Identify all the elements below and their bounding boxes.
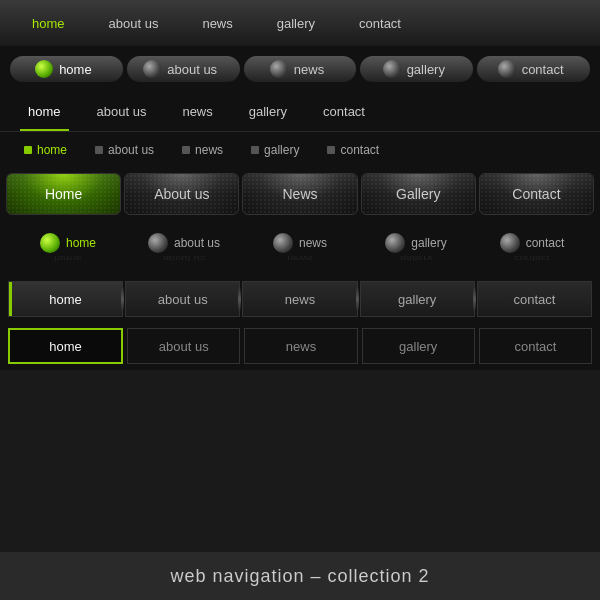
nav4-contact[interactable]: contact bbox=[313, 143, 393, 157]
nav4-about[interactable]: about us bbox=[81, 143, 168, 157]
nav1: home about us news gallery contact bbox=[0, 0, 600, 46]
sphere-icon bbox=[148, 233, 168, 253]
square-icon bbox=[24, 146, 32, 154]
footer: web navigation – collection 2 bbox=[0, 552, 600, 600]
nav4-news[interactable]: news bbox=[168, 143, 237, 157]
nav2: home about us news gallery contact bbox=[0, 46, 600, 92]
nav3-gallery[interactable]: gallery bbox=[231, 92, 305, 131]
square-icon bbox=[182, 146, 190, 154]
nav3-home[interactable]: home bbox=[10, 92, 79, 131]
nav1-home[interactable]: home bbox=[10, 0, 87, 46]
nav7: home about us news gallery contact bbox=[0, 276, 600, 322]
nav6-gallery[interactable]: gallery gallery bbox=[358, 233, 474, 264]
sphere-icon bbox=[500, 233, 520, 253]
nav8-home[interactable]: home bbox=[8, 328, 123, 364]
nav7-about[interactable]: about us bbox=[125, 281, 240, 317]
nav5-about[interactable]: About us bbox=[124, 173, 239, 215]
nav7-news[interactable]: news bbox=[242, 281, 357, 317]
nav5: Home About us News Gallery Contact bbox=[0, 168, 600, 220]
nav3-about[interactable]: about us bbox=[79, 92, 165, 131]
nav5-home[interactable]: Home bbox=[6, 173, 121, 215]
nav8-gallery[interactable]: gallery bbox=[362, 328, 475, 364]
square-icon bbox=[251, 146, 259, 154]
nav8-contact[interactable]: contact bbox=[479, 328, 592, 364]
footer-text: web navigation – collection 2 bbox=[170, 566, 429, 587]
sphere-icon bbox=[273, 233, 293, 253]
sphere-icon bbox=[35, 60, 53, 78]
nav6-about[interactable]: about us about us bbox=[126, 233, 242, 264]
nav7-contact[interactable]: contact bbox=[477, 281, 592, 317]
sphere-icon bbox=[40, 233, 60, 253]
nav6: home home about us about us news news ga… bbox=[0, 220, 600, 276]
nav2-gallery[interactable]: gallery bbox=[360, 56, 473, 82]
nav7-gallery[interactable]: gallery bbox=[360, 281, 475, 317]
nav5-news[interactable]: News bbox=[242, 173, 357, 215]
nav1-gallery[interactable]: gallery bbox=[255, 0, 337, 46]
nav7-home[interactable]: home bbox=[8, 281, 123, 317]
sphere-icon bbox=[498, 60, 516, 78]
nav3: home about us news gallery contact bbox=[0, 92, 600, 132]
nav2-contact[interactable]: contact bbox=[477, 56, 590, 82]
nav4-home[interactable]: home bbox=[10, 143, 81, 157]
nav8-about[interactable]: about us bbox=[127, 328, 240, 364]
nav2-news[interactable]: news bbox=[244, 56, 357, 82]
square-icon bbox=[327, 146, 335, 154]
nav2-about[interactable]: about us bbox=[127, 56, 240, 82]
sphere-icon bbox=[385, 233, 405, 253]
sphere-icon bbox=[143, 60, 161, 78]
nav3-contact[interactable]: contact bbox=[305, 92, 383, 131]
nav6-home[interactable]: home home bbox=[10, 233, 126, 264]
nav5-contact[interactable]: Contact bbox=[479, 173, 594, 215]
sphere-icon bbox=[383, 60, 401, 78]
nav5-gallery[interactable]: Gallery bbox=[361, 173, 476, 215]
nav2-home[interactable]: home bbox=[10, 56, 123, 82]
nav3-news[interactable]: news bbox=[164, 92, 230, 131]
nav4-gallery[interactable]: gallery bbox=[237, 143, 313, 157]
nav8-news[interactable]: news bbox=[244, 328, 357, 364]
nav1-about[interactable]: about us bbox=[87, 0, 181, 46]
nav1-news[interactable]: news bbox=[180, 0, 254, 46]
nav8: home about us news gallery contact bbox=[0, 322, 600, 370]
nav6-news[interactable]: news news bbox=[242, 233, 358, 264]
nav1-contact[interactable]: contact bbox=[337, 0, 423, 46]
nav6-contact[interactable]: contact contact bbox=[474, 233, 590, 264]
nav4: home about us news gallery contact bbox=[0, 132, 600, 168]
sphere-icon bbox=[270, 60, 288, 78]
square-icon bbox=[95, 146, 103, 154]
